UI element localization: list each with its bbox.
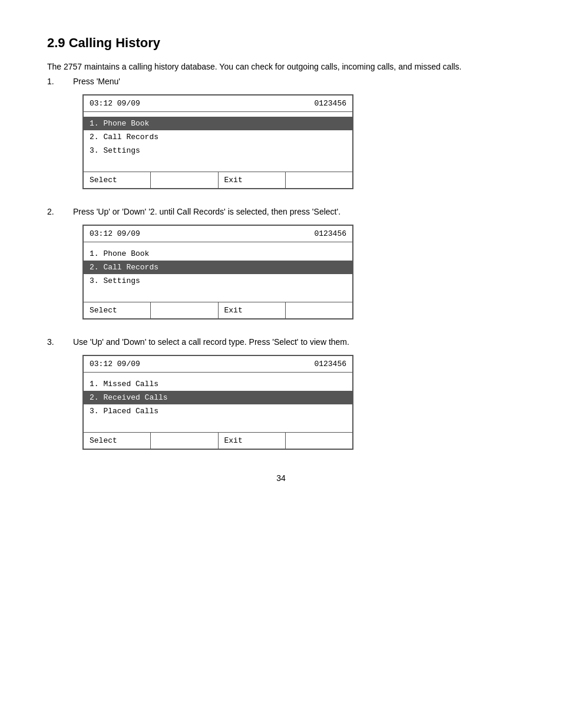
screen-2-row-3: 3. Settings <box>84 274 352 288</box>
screen-3-footer: SelectExit <box>84 432 352 449</box>
page-title: 2.9 Calling History <box>47 35 515 51</box>
screen-3-header: 03:12 09/090123456 <box>84 356 352 373</box>
screen-3-softkey-4 <box>286 433 352 449</box>
step-1-instruction: Press 'Menu' <box>73 77 120 86</box>
screen-1-softkey-2 <box>151 172 218 188</box>
screen-3-time: 03:12 09/09 <box>90 360 140 368</box>
step-1: 1.Press 'Menu'03:12 09/0901234561. Phone… <box>47 77 515 189</box>
screen-3-row-2: 2. Received Calls <box>84 391 352 404</box>
screen-3: 03:12 09/0901234561. Missed Calls2. Rece… <box>82 355 353 450</box>
step-2: 2.Press 'Up' or 'Down' '2. until Call Re… <box>47 207 515 319</box>
screen-2: 03:12 09/0901234561. Phone Book2. Call R… <box>82 225 353 319</box>
screen-2-row-2: 2. Call Records <box>84 261 352 274</box>
screen-1-softkey-1[interactable]: Select <box>84 172 151 188</box>
screen-1-row-3: 3. Settings <box>84 144 352 157</box>
screen-3-number: 0123456 <box>314 360 346 368</box>
screen-1-header: 03:12 09/090123456 <box>84 95 352 112</box>
screen-2-softkey-4 <box>286 302 352 318</box>
screen-1-row-1: 1. Phone Book <box>84 117 352 130</box>
step-2-number: 2. <box>47 207 59 216</box>
screen-3-body: 1. Missed Calls2. Received Calls3. Place… <box>84 373 352 432</box>
screen-1-softkey-4 <box>286 172 352 188</box>
step-2-instruction: Press 'Up' or 'Down' '2. until Call Reco… <box>73 207 340 216</box>
screen-3-row-3: 3. Placed Calls <box>84 404 352 418</box>
step-1-number: 1. <box>47 77 59 86</box>
step-3-instruction: Use 'Up' and 'Down' to select a call rec… <box>73 337 349 347</box>
screen-2-time: 03:12 09/09 <box>90 229 140 238</box>
screen-2-softkey-1[interactable]: Select <box>84 302 151 318</box>
screen-2-row-1: 1. Phone Book <box>84 247 352 261</box>
screen-1-time: 03:12 09/09 <box>90 99 140 108</box>
screen-1-softkey-3[interactable]: Exit <box>219 172 286 188</box>
screen-2-header: 03:12 09/090123456 <box>84 226 352 242</box>
step-3: 3.Use 'Up' and 'Down' to select a call r… <box>47 337 515 450</box>
intro-text: The 2757 maintains a calling history dat… <box>47 60 515 73</box>
screen-3-softkey-1[interactable]: Select <box>84 433 151 449</box>
screen-2-footer: SelectExit <box>84 302 352 318</box>
screen-3-softkey-3[interactable]: Exit <box>219 433 286 449</box>
screen-2-number: 0123456 <box>314 229 346 238</box>
page-number: 34 <box>47 473 515 483</box>
screen-1-body: 1. Phone Book2. Call Records3. Settings <box>84 112 352 172</box>
screen-3-row-1: 1. Missed Calls <box>84 377 352 391</box>
screen-1-number: 0123456 <box>314 99 346 108</box>
screen-2-softkey-2 <box>151 302 218 318</box>
screen-2-softkey-3[interactable]: Exit <box>219 302 286 318</box>
screen-3-softkey-2 <box>151 433 218 449</box>
screen-1: 03:12 09/0901234561. Phone Book2. Call R… <box>82 94 353 189</box>
screen-2-body: 1. Phone Book2. Call Records3. Settings <box>84 242 352 302</box>
step-3-number: 3. <box>47 337 59 347</box>
screen-1-footer: SelectExit <box>84 172 352 188</box>
screen-1-row-2: 2. Call Records <box>84 130 352 144</box>
